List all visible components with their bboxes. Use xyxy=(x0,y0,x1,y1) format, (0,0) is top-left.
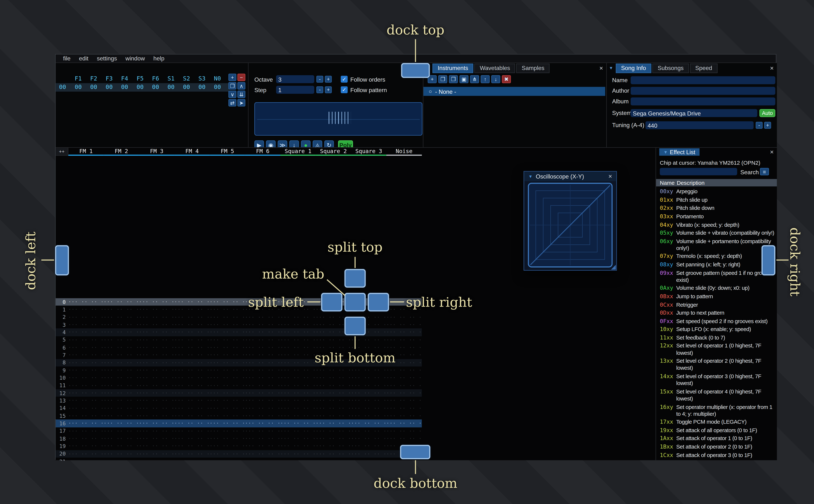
pattern-cell[interactable]: ··· ·· ·· ··· xyxy=(104,314,139,320)
menu-item-settings[interactable]: settings xyxy=(93,55,121,62)
effect-row[interactable]: 04xyVibrato (x: speed; y: depth) xyxy=(660,221,775,229)
pattern-row[interactable]: 4··· ·· ·· ······ ·· ·· ······ ·· ·· ···… xyxy=(56,328,422,336)
effect-row[interactable]: 06xyVolume slide + portamento (compatibi… xyxy=(660,237,775,252)
effect-row[interactable]: 05xyVolume slide + vibrato (compatibilit… xyxy=(660,229,775,237)
pattern-cell[interactable]: ··· ·· ·· ··· xyxy=(386,314,422,320)
pattern-cell[interactable]: ··· ·· ·· ··· xyxy=(351,337,386,343)
octave-input[interactable] xyxy=(276,75,314,83)
pattern-cell[interactable]: ··· ·· ·· ··· xyxy=(210,352,245,358)
auto-button[interactable]: Auto xyxy=(759,109,775,117)
effect-list-collapse-icon[interactable]: ▼ xyxy=(664,150,668,154)
pattern-cell[interactable]: ··· ·· ·· ··· xyxy=(316,459,351,461)
effect-row[interactable]: 00xyArpeggio xyxy=(660,188,775,196)
delete-instrument-button[interactable]: ✖ xyxy=(502,75,511,83)
pattern-row[interactable]: 11··· ·· ·· ······ ·· ·· ······ ·· ·· ··… xyxy=(56,382,422,389)
effect-row[interactable]: 02xxPitch slide down xyxy=(660,204,775,212)
effect-list-header[interactable]: ▼ Effect List xyxy=(659,148,700,156)
pattern-cell[interactable]: ··· ·· ·· ··· xyxy=(351,398,386,403)
pattern-cell[interactable]: ··· ·· ·· ··· xyxy=(174,360,210,365)
pattern-row[interactable]: 17··· ·· ·· ······ ·· ·· ······ ·· ·· ··… xyxy=(56,427,422,435)
pattern-cell[interactable]: ··· ·· ·· ··· xyxy=(139,299,174,305)
pattern-cell[interactable]: ··· ·· ·· ··· xyxy=(386,375,422,381)
pattern-cell[interactable]: ··· ·· ·· ··· xyxy=(104,428,139,434)
save-instrument-button[interactable]: ▣ xyxy=(460,75,469,83)
pattern-cell[interactable]: ··· ·· ·· ··· xyxy=(245,345,280,350)
effect-row[interactable]: 07xyTremolo (x: speed; y: depth) xyxy=(660,252,775,260)
pattern-cell[interactable]: ··· ·· ·· ··· xyxy=(210,390,245,396)
pattern-cell[interactable]: ··· ·· ·· ··· xyxy=(316,436,351,441)
effect-row[interactable]: 1BxxSet attack of operator 2 (0 to 1F) xyxy=(660,443,775,451)
pattern-cell[interactable]: ··· ·· ·· ··· xyxy=(139,406,174,411)
step-decrease-button[interactable]: - xyxy=(316,86,323,93)
pattern-cell[interactable]: ··· ·· ·· ··· xyxy=(245,322,280,327)
pattern-cell[interactable]: ··· ·· ·· ··· xyxy=(245,375,280,381)
order-column-header[interactable]: F1 xyxy=(70,75,86,82)
duplicate-order-button[interactable]: ❐ xyxy=(228,82,236,90)
follow-orders-checkbox[interactable]: ✓ xyxy=(341,76,348,83)
pattern-cell[interactable]: ··· ·· ·· ··· xyxy=(351,459,386,461)
pattern-row[interactable]: 15··· ·· ·· ······ ·· ·· ······ ·· ·· ··… xyxy=(56,412,422,420)
assets-close-icon[interactable]: × xyxy=(600,65,603,71)
pattern-cell[interactable]: ··· ·· ·· ··· xyxy=(210,375,245,381)
pattern-cell[interactable]: ··· ·· ·· ··· xyxy=(139,360,174,365)
pattern-cell[interactable]: ··· ·· ·· ··· xyxy=(351,428,386,434)
orders-row-number[interactable]: 00 xyxy=(56,84,69,90)
order-column-header[interactable]: F5 xyxy=(132,75,148,82)
pattern-row[interactable]: 20··· ·· ·· ······ ·· ·· ······ ·· ·· ··… xyxy=(56,450,422,458)
pattern-cell[interactable]: ··· ·· ·· ··· xyxy=(68,413,104,419)
effect-row[interactable]: 16xySet operator multiplier (x: operator… xyxy=(660,403,775,418)
pattern-cell[interactable]: ··· ·· ·· ··· xyxy=(68,345,104,350)
pattern-row[interactable]: 5··· ·· ·· ······ ·· ·· ······ ·· ·· ···… xyxy=(56,336,422,344)
pattern-cell[interactable]: ··· ·· ·· ··· xyxy=(104,436,139,441)
pattern-row[interactable]: 18··· ·· ·· ······ ·· ·· ······ ·· ·· ··… xyxy=(56,435,422,442)
order-cell[interactable]: 00 xyxy=(179,84,194,90)
effect-row[interactable]: 14xxSet level of operator 3 (0 highest, … xyxy=(660,372,775,388)
pattern-cell[interactable]: ··· ·· ·· ··· xyxy=(386,406,422,411)
pattern-cell[interactable]: ··· ·· ·· ··· xyxy=(139,375,174,381)
tab-wavetables[interactable]: Wavetables xyxy=(475,63,516,73)
add-order-button[interactable]: + xyxy=(228,74,236,81)
move-order-up-button[interactable]: ∧ xyxy=(237,82,245,90)
pattern-cell[interactable]: ··· ·· ·· ··· xyxy=(104,413,139,419)
pattern-cell[interactable]: ··· ·· ·· ··· xyxy=(104,360,139,365)
order-cell[interactable]: 00 xyxy=(70,84,86,90)
pattern-cell[interactable]: ··· ·· ·· ··· xyxy=(139,459,174,461)
pattern-cell[interactable]: ··· ·· ·· ··· xyxy=(210,368,245,373)
pattern-cell[interactable]: ··· ·· ·· ··· xyxy=(210,428,245,434)
pattern-cell[interactable]: ··· ·· ·· ··· xyxy=(139,337,174,343)
pattern-row[interactable]: 3··· ·· ·· ······ ·· ·· ······ ·· ·· ···… xyxy=(56,321,422,328)
pattern-cell[interactable]: ··· ·· ·· ··· xyxy=(386,322,422,327)
pattern-cell[interactable]: ··· ·· ·· ··· xyxy=(174,451,210,456)
pattern-cell[interactable]: ··· ·· ·· ··· xyxy=(104,322,139,327)
order-column-header[interactable]: N0 xyxy=(210,75,225,82)
order-cell[interactable]: 00 xyxy=(117,84,132,90)
pattern-cell[interactable]: ··· ·· ·· ··· xyxy=(104,459,139,461)
pattern-cell[interactable]: ··· ·· ·· ··· xyxy=(316,451,351,456)
channel-header-noise[interactable]: Noise xyxy=(386,148,422,156)
pattern-cell[interactable]: ··· ·· ·· ··· xyxy=(386,383,422,388)
pattern-cell[interactable]: ··· ·· ·· ··· xyxy=(68,436,104,441)
pattern-cell[interactable]: ··· ·· ·· ··· xyxy=(210,314,245,320)
oscilloscope-titlebar[interactable]: ▼ Oscilloscope (X-Y) × xyxy=(524,172,616,181)
pattern-cell[interactable]: ··· ·· ·· ··· xyxy=(210,322,245,327)
split-bottom-target[interactable] xyxy=(344,317,366,335)
channel-header-square-2[interactable]: Square 2 xyxy=(316,148,351,156)
effect-list-close-icon[interactable]: × xyxy=(770,148,774,156)
pattern-row[interactable]: 10··· ·· ·· ······ ·· ·· ······ ·· ·· ··… xyxy=(56,374,422,382)
pattern-corner-button[interactable]: ++ xyxy=(56,148,68,156)
pattern-cell[interactable]: ··· ·· ·· ··· xyxy=(139,398,174,403)
effect-row[interactable]: 11xxSet feedback (0 to 7) xyxy=(660,333,775,342)
pattern-cell[interactable]: ··· ·· ·· ··· xyxy=(104,451,139,456)
channel-header-fm-6[interactable]: FM 6 xyxy=(245,148,280,156)
pattern-row[interactable]: 14··· ·· ·· ······ ·· ·· ······ ·· ·· ··… xyxy=(56,404,422,412)
pattern-cell[interactable]: ··· ·· ·· ··· xyxy=(386,436,422,441)
pattern-cell[interactable]: ··· ·· ·· ··· xyxy=(68,459,104,461)
pattern-cell[interactable]: ··· ·· ·· ··· xyxy=(316,383,351,388)
pattern-cell[interactable]: ··· ·· ·· ··· xyxy=(174,345,210,350)
pattern-cell[interactable]: ··· ·· ·· ··· xyxy=(174,398,210,403)
effect-row[interactable]: 12xxSet level of operator 1 (0 highest, … xyxy=(660,342,775,357)
tab-instruments[interactable]: Instruments xyxy=(433,63,474,73)
pattern-cell[interactable]: ··· ·· ·· ··· xyxy=(351,436,386,441)
effect-row[interactable]: 09xxSet groove pattern (speed 1 if no gr… xyxy=(660,269,775,284)
pattern-cell[interactable]: ··· ·· ·· ··· xyxy=(174,322,210,327)
